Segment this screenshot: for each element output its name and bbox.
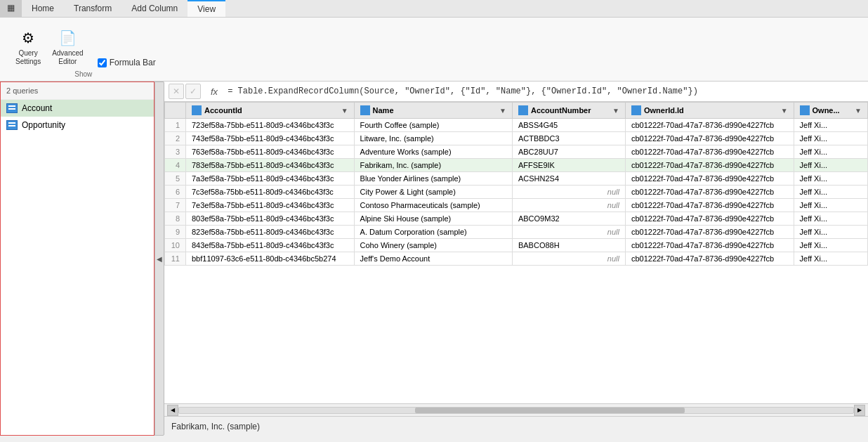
- opportunity-label: Opportunity: [22, 120, 65, 130]
- cell-ownerid-name: Jeff Xi...: [794, 252, 867, 266]
- cell-accountid: 723ef58a-75bb-e511-80d9-c4346bc43f3c: [186, 119, 355, 132]
- cell-ownerid-id: cb01222f-70ad-47a7-8736-d990e4227fcb: [625, 172, 794, 186]
- formula-bar-actions: ✕ ✓: [169, 84, 201, 99]
- row-number: 4: [165, 159, 186, 172]
- scroll-track[interactable]: [178, 407, 854, 414]
- status-text: Fabrikam, Inc. (sample): [171, 422, 260, 431]
- row-number: 6: [165, 186, 186, 199]
- null-value: null: [607, 228, 619, 236]
- cell-ownerid-name: Jeff Xi...: [794, 172, 867, 186]
- cell-accountid: 803ef58a-75bb-e511-80d9-c4346bc43f3c: [186, 212, 355, 226]
- formula-fx-label: fx: [205, 86, 223, 97]
- filter-ownerid-name[interactable]: ▼: [855, 107, 862, 115]
- cell-ownerid-id: cb01222f-70ad-47a7-8736-d990e4227fcb: [625, 199, 794, 212]
- cell-accountid: 7a3ef58a-75bb-e511-80d9-c4346bc43f3c: [186, 172, 355, 186]
- scroll-thumb[interactable]: [415, 408, 685, 413]
- col-label-ownerid-id: OwnerId.Id: [644, 106, 684, 115]
- formula-cancel-button[interactable]: ✕: [169, 84, 184, 99]
- collapse-panel-button[interactable]: ◀: [154, 82, 164, 436]
- row-number: 2: [165, 132, 186, 145]
- table-row[interactable]: 1723ef58a-75bb-e511-80d9-c4346bc43f3cFou…: [165, 119, 868, 132]
- query-settings-label: Query Settings: [15, 49, 41, 66]
- cell-accountid: 843ef58a-75bb-e511-80d9-c4346bc43f3c: [186, 239, 355, 252]
- scroll-left-button[interactable]: ◀: [167, 405, 178, 416]
- formula-confirm-button[interactable]: ✓: [185, 84, 201, 99]
- cell-accountnumber: null: [512, 252, 625, 266]
- cell-accountnumber: null: [512, 199, 625, 212]
- table-row[interactable]: 8803ef58a-75bb-e511-80d9-c4346bc43f3cAlp…: [165, 212, 868, 226]
- table-row[interactable]: 57a3ef58a-75bb-e511-80d9-c4346bc43f3cBlu…: [165, 172, 868, 186]
- advanced-editor-button[interactable]: 📄 Advanced Editor: [48, 25, 87, 67]
- table-row[interactable]: 2743ef58a-75bb-e511-80d9-c4346bc43f3cLit…: [165, 132, 868, 145]
- cell-accountid: 783ef58a-75bb-e511-80d9-c4346bc43f3c: [186, 159, 355, 172]
- filter-accountid[interactable]: ▼: [341, 107, 348, 115]
- queries-header: 2 queries: [1, 82, 154, 100]
- table-row[interactable]: 3763ef58a-75bb-e511-80d9-c4346bc43f3cAdv…: [165, 145, 868, 159]
- cell-accountnumber: AFFSE9IK: [512, 159, 625, 172]
- cell-name: Blue Yonder Airlines (sample): [354, 172, 512, 186]
- table-row[interactable]: 67c3ef58a-75bb-e511-80d9-c4346bc43f3cCit…: [165, 186, 868, 199]
- col-header-accountid[interactable]: AccountId ▼: [186, 103, 355, 119]
- filter-name[interactable]: ▼: [499, 107, 506, 115]
- cell-ownerid-id: cb01222f-70ad-47a7-8736-d990e4227fcb: [625, 119, 794, 132]
- row-number: 3: [165, 145, 186, 159]
- cell-accountid: 7c3ef58a-75bb-e511-80d9-c4346bc43f3c: [186, 186, 355, 199]
- cell-ownerid-id: cb01222f-70ad-47a7-8736-d990e4227fcb: [625, 212, 794, 226]
- cell-name: Contoso Pharmaceuticals (sample): [354, 199, 512, 212]
- tab-add-column[interactable]: Add Column: [121, 0, 188, 17]
- tab-view[interactable]: View: [188, 0, 225, 17]
- row-number: 11: [165, 252, 186, 266]
- tab-home[interactable]: Home: [22, 0, 64, 17]
- cell-name: Coho Winery (sample): [354, 239, 512, 252]
- cell-ownerid-name: Jeff Xi...: [794, 199, 867, 212]
- formula-bar-checkbox-label[interactable]: Formula Bar: [98, 58, 156, 67]
- table-row[interactable]: 10843ef58a-75bb-e511-80d9-c4346bc43f3cCo…: [165, 239, 868, 252]
- query-settings-button[interactable]: ⚙ Query Settings: [11, 25, 45, 67]
- cell-ownerid-name: Jeff Xi...: [794, 119, 867, 132]
- col-icon-ownerid-name: [800, 105, 810, 115]
- left-panel-container: 2 queries Account Opportunity ◀: [0, 82, 164, 436]
- horizontal-scrollbar[interactable]: ◀ ▶: [164, 403, 868, 416]
- cell-ownerid-name: Jeff Xi...: [794, 186, 867, 199]
- cell-ownerid-id: cb01222f-70ad-47a7-8736-d990e4227fcb: [625, 186, 794, 199]
- table-row[interactable]: 11bbf11097-63c6-e511-80db-c4346bc5b274Je…: [165, 252, 868, 266]
- cell-accountid: 823ef58a-75bb-e511-80d9-c4346bc43f3c: [186, 226, 355, 239]
- formula-bar: ✕ ✓ fx = Table.ExpandRecordColumn(Source…: [164, 82, 868, 102]
- null-value: null: [607, 254, 619, 263]
- filter-accountnumber[interactable]: ▼: [612, 107, 619, 115]
- cell-ownerid-name: Jeff Xi...: [794, 212, 867, 226]
- cell-name: Litware, Inc. (sample): [354, 132, 512, 145]
- cell-name: Adventure Works (sample): [354, 145, 512, 159]
- logo-button[interactable]: ▦: [0, 0, 22, 17]
- formula-bar-checkbox[interactable]: [98, 58, 107, 67]
- left-panel: 2 queries Account Opportunity: [0, 82, 154, 436]
- row-number: 5: [165, 172, 186, 186]
- account-label: Account: [22, 103, 52, 113]
- row-number: 9: [165, 226, 186, 239]
- col-header-accountnumber[interactable]: AccountNumber ▼: [512, 103, 625, 119]
- data-table: AccountId ▼ Name ▼: [164, 102, 868, 266]
- filter-ownerid-id[interactable]: ▼: [781, 107, 788, 115]
- sidebar-item-account[interactable]: Account: [1, 100, 154, 117]
- table-row[interactable]: 4783ef58a-75bb-e511-80d9-c4346bc43f3cFab…: [165, 159, 868, 172]
- data-grid-container[interactable]: AccountId ▼ Name ▼: [164, 102, 868, 403]
- tab-transform[interactable]: Transform: [64, 0, 121, 17]
- scroll-right-button[interactable]: ▶: [854, 405, 865, 416]
- table-row[interactable]: 9823ef58a-75bb-e511-80d9-c4346bc43f3cA. …: [165, 226, 868, 239]
- row-number: 10: [165, 239, 186, 252]
- cell-ownerid-id: cb01222f-70ad-47a7-8736-d990e4227fcb: [625, 239, 794, 252]
- sidebar-item-opportunity[interactable]: Opportunity: [1, 117, 154, 134]
- col-header-name[interactable]: Name ▼: [354, 103, 512, 119]
- col-header-ownerid-name[interactable]: Owne... ▼: [794, 103, 867, 119]
- main-layout: 2 queries Account Opportunity ◀ ✕ ✓ fx: [0, 82, 868, 436]
- table-row[interactable]: 77e3ef58a-75bb-e511-80d9-c4346bc43f3cCon…: [165, 199, 868, 212]
- cell-ownerid-name: Jeff Xi...: [794, 132, 867, 145]
- col-icon-name: [360, 105, 370, 115]
- cell-accountnumber: ABSS4G45: [512, 119, 625, 132]
- advanced-editor-label: Advanced Editor: [52, 49, 83, 66]
- col-icon-accountid: [192, 105, 202, 115]
- query-list: Account Opportunity: [1, 100, 154, 435]
- cell-accountid: 743ef58a-75bb-e511-80d9-c4346bc43f3c: [186, 132, 355, 145]
- col-header-ownerid-id[interactable]: OwnerId.Id ▼: [625, 103, 794, 119]
- cell-ownerid-name: Jeff Xi...: [794, 239, 867, 252]
